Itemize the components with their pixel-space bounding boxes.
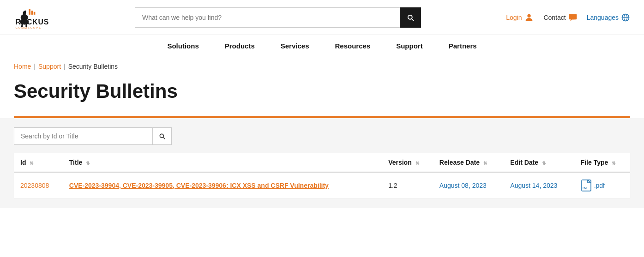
sort-icon-release-date: ⇅	[483, 161, 487, 166]
svg-rect-6	[569, 14, 577, 19]
contact-label: Contact	[543, 14, 566, 21]
svg-rect-2	[34, 12, 36, 15]
cell-title: CVE-2023-39904, CVE-2023-39905, CVE-2023…	[63, 172, 382, 199]
search-area	[135, 7, 421, 28]
languages-link[interactable]: Languages	[587, 13, 630, 22]
breadcrumb-sep-1: |	[34, 63, 36, 70]
breadcrumb-sep-2: |	[64, 63, 66, 70]
cell-file-type: PDF .pdf	[574, 172, 630, 199]
svg-text:PDF: PDF	[583, 186, 588, 189]
global-search-button[interactable]	[400, 7, 421, 28]
table-section: Id ⇅ Title ⇅ Version ⇅ Release Date ⇅ Ed…	[0, 118, 644, 208]
nav-item-solutions[interactable]: Solutions	[154, 35, 211, 57]
breadcrumb-current: Security Bulletins	[68, 63, 118, 70]
chat-icon	[568, 13, 578, 22]
table-search-input[interactable]	[14, 127, 152, 145]
page-title-section: Security Bulletins	[0, 76, 644, 116]
header-right: Login Contact Languages	[506, 12, 630, 23]
nav-item-products[interactable]: Products	[212, 35, 268, 57]
sort-icon-title: ⇅	[86, 161, 90, 166]
file-type-label: .pdf	[594, 182, 605, 189]
ruckus-logo[interactable]: RUCKUS COMMSCOPE	[14, 5, 78, 30]
sort-icon-file-type: ⇅	[612, 161, 615, 166]
globe-icon	[621, 13, 630, 22]
sort-icon-id: ⇅	[30, 161, 33, 166]
logo-area: RUCKUS COMMSCOPE	[14, 5, 88, 30]
header: RUCKUS COMMSCOPE Login Contact	[0, 0, 644, 35]
svg-point-5	[528, 14, 531, 17]
table-row: 20230808 CVE-2023-39904, CVE-2023-39905,…	[14, 172, 630, 199]
table-search-button[interactable]	[152, 127, 172, 145]
cell-edit-date: August 14, 2023	[504, 172, 574, 199]
login-label: Login	[506, 14, 522, 21]
bulletin-title-link[interactable]: CVE-2023-39904, CVE-2023-39905, CVE-2023…	[69, 182, 329, 189]
bulletins-table: Id ⇅ Title ⇅ Version ⇅ Release Date ⇅ Ed…	[14, 153, 630, 199]
col-header-file-type[interactable]: File Type ⇅	[574, 153, 630, 172]
search-icon	[406, 13, 415, 22]
global-search-input[interactable]	[135, 7, 400, 28]
breadcrumb-home[interactable]: Home	[14, 63, 31, 70]
col-header-title[interactable]: Title ⇅	[63, 153, 382, 172]
col-header-edit-date[interactable]: Edit Date ⇅	[504, 153, 574, 172]
pdf-icon: PDF	[581, 179, 592, 192]
nav-item-partners[interactable]: Partners	[436, 35, 490, 57]
sort-icon-version: ⇅	[415, 161, 419, 166]
user-icon	[524, 12, 534, 23]
sort-icon-edit-date: ⇅	[542, 161, 546, 166]
svg-rect-1	[31, 11, 33, 15]
svg-rect-0	[29, 9, 30, 15]
cell-release-date: August 08, 2023	[433, 172, 504, 199]
bulletin-id-link[interactable]: 20230808	[20, 182, 49, 189]
col-header-release-date[interactable]: Release Date ⇅	[433, 153, 504, 172]
col-header-version[interactable]: Version ⇅	[382, 153, 433, 172]
login-link[interactable]: Login	[506, 12, 534, 23]
svg-text:COMMSCOPE: COMMSCOPE	[16, 26, 42, 29]
breadcrumb: Home | Support | Security Bulletins	[0, 57, 644, 76]
page-title: Security Bulletins	[14, 80, 630, 102]
nav-item-resources[interactable]: Resources	[322, 35, 383, 57]
main-nav: Solutions Products Services Resources Su…	[0, 35, 644, 57]
nav-item-support[interactable]: Support	[383, 35, 436, 57]
table-header-row: Id ⇅ Title ⇅ Version ⇅ Release Date ⇅ Ed…	[14, 153, 630, 172]
table-search-icon	[158, 132, 166, 140]
breadcrumb-support[interactable]: Support	[38, 63, 61, 70]
col-header-id[interactable]: Id ⇅	[14, 153, 63, 172]
nav-item-services[interactable]: Services	[268, 35, 322, 57]
cell-version: 1.2	[382, 172, 433, 199]
cell-id: 20230808	[14, 172, 63, 199]
svg-text:RUCKUS: RUCKUS	[16, 18, 49, 26]
languages-label: Languages	[587, 14, 619, 21]
contact-link[interactable]: Contact	[543, 13, 577, 22]
table-search-row	[14, 127, 630, 145]
